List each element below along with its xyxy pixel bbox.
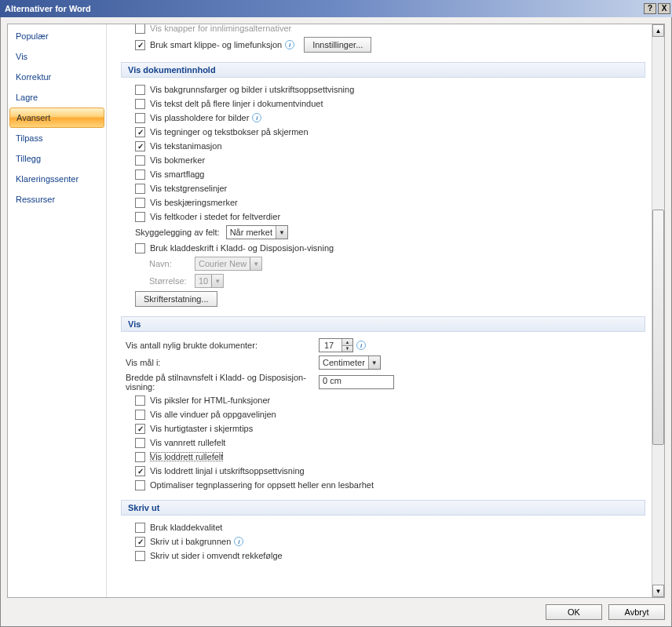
- input-style-area-width[interactable]: 0 cm: [319, 375, 394, 389]
- checkbox-text-boundaries[interactable]: [135, 184, 145, 194]
- chevron-down-icon: ▼: [276, 226, 287, 239]
- input-value: 0 cm: [323, 376, 341, 385]
- spinner-recent-docs[interactable]: 17 ▲▼: [319, 338, 353, 352]
- info-icon[interactable]: i: [252, 113, 261, 122]
- info-icon[interactable]: i: [234, 537, 243, 546]
- label-smart-cut-paste: Bruk smart klippe- og limefunksjon: [150, 40, 282, 49]
- label-bg-colors: Vis bakgrunnsfarger og bilder i utskrift…: [150, 85, 354, 94]
- spinner-up-icon[interactable]: ▲: [342, 339, 352, 346]
- checkbox-wrap-text[interactable]: [135, 99, 145, 109]
- sidebar-item-label: Tillegg: [16, 154, 41, 163]
- section-header-document-content: Vis dokumentinnhold: [121, 62, 645, 78]
- section-header-print: Skriv ut: [121, 500, 645, 516]
- checkbox-horizontal-scrollbar[interactable]: [135, 438, 145, 448]
- label-reverse-order: Skriv ut sider i omvendt rekkefølge: [150, 551, 283, 560]
- ok-button[interactable]: OK: [546, 604, 602, 620]
- label-bookmarks: Vis bokmerker: [150, 155, 205, 165]
- sidebar-item-label: Klareringssenter: [16, 174, 79, 184]
- label-field-codes: Vis feltkoder i stedet for feltverdier: [150, 212, 280, 221]
- checkbox-taskbar-windows[interactable]: [135, 410, 145, 420]
- label-recent-docs: Vis antall nylig brukte dokumenter:: [126, 341, 319, 350]
- button-label: Avbryt: [625, 607, 649, 617]
- checkbox-animation[interactable]: [135, 141, 145, 151]
- checkbox-draft-quality[interactable]: [135, 523, 145, 533]
- checkbox-placeholders[interactable]: [135, 113, 145, 123]
- label-font-size: Størrelse:: [149, 276, 195, 286]
- sidebar-item-customize[interactable]: Tilpass: [8, 128, 106, 148]
- font-substitution-button[interactable]: Skrifterstatning...: [135, 291, 217, 307]
- button-label: OK: [568, 607, 580, 617]
- scroll-thumb[interactable]: [652, 210, 664, 445]
- sidebar-item-resources[interactable]: Ressurser: [8, 189, 106, 210]
- info-icon[interactable]: i: [356, 341, 366, 350]
- select-units[interactable]: Centimeter ▼: [319, 355, 381, 370]
- label-font-name: Navn:: [149, 259, 195, 268]
- checkbox-paste-options[interactable]: [135, 24, 145, 34]
- help-button[interactable]: ?: [644, 3, 656, 14]
- checkbox-background-print[interactable]: [135, 537, 145, 547]
- sidebar-item-display[interactable]: Vis: [8, 46, 106, 67]
- chevron-down-icon: ▼: [368, 356, 380, 369]
- label-optimize-positioning: Optimaliser tegnplassering for oppsett h…: [150, 480, 374, 490]
- checkbox-vertical-scrollbar[interactable]: [135, 452, 145, 462]
- sidebar-item-label: Vis: [16, 52, 27, 61]
- scroll-up-button[interactable]: ▲: [652, 24, 664, 37]
- chevron-down-icon: ▼: [250, 257, 261, 270]
- vertical-scrollbar[interactable]: ▲ ▼: [652, 24, 664, 597]
- button-label: Innstillinger...: [312, 40, 363, 49]
- select-value: 10: [199, 276, 208, 286]
- sidebar-item-label: Avansert: [16, 113, 50, 122]
- label-text-boundaries: Vis tekstgrenselinjer: [150, 184, 227, 193]
- sidebar-item-proofing[interactable]: Korrektur: [8, 67, 106, 87]
- content-panel: Vis knapper for innlimingsalternativer B…: [107, 24, 652, 597]
- label-vertical-scrollbar: Vis loddrett rullefelt: [150, 452, 223, 461]
- scroll-track[interactable]: [652, 37, 664, 585]
- checkbox-crop-marks[interactable]: [135, 198, 145, 208]
- checkbox-field-codes[interactable]: [135, 212, 145, 222]
- label-html-pixels: Vis piksler for HTML-funksjoner: [150, 396, 270, 405]
- checkbox-smart-cut-paste[interactable]: [135, 40, 145, 50]
- cancel-button[interactable]: Avbryt: [608, 604, 665, 620]
- checkbox-smarttags[interactable]: [135, 170, 145, 180]
- label-draft-quality: Bruk kladdekvalitet: [150, 523, 222, 532]
- label-background-print: Skriv ut i bakgrunnen: [150, 537, 231, 546]
- scroll-down-button[interactable]: ▼: [652, 585, 664, 597]
- label-screentips-shortcuts: Vis hurtigtaster i skjermtips: [150, 424, 253, 433]
- checkbox-draft-font[interactable]: [135, 243, 145, 253]
- settings-button[interactable]: Innstillinger...: [304, 37, 371, 53]
- sidebar-item-trust-center[interactable]: Klareringssenter: [8, 169, 106, 189]
- checkbox-optimize-positioning[interactable]: [135, 480, 145, 490]
- sidebar-item-save[interactable]: Lagre: [8, 87, 106, 108]
- sidebar: Populær Vis Korrektur Lagre Avansert Til…: [8, 24, 107, 597]
- chevron-down-icon: ▼: [211, 275, 223, 287]
- label-drawings: Vis tegninger og tekstbokser på skjermen: [150, 127, 309, 137]
- sidebar-item-popular[interactable]: Populær: [8, 26, 106, 46]
- sidebar-item-label: Lagre: [16, 93, 38, 102]
- checkbox-vertical-ruler[interactable]: [135, 466, 145, 476]
- spinner-value: 17: [320, 339, 341, 352]
- checkbox-bg-colors[interactable]: [135, 85, 145, 95]
- label-vertical-ruler: Vis loddrett linjal i utskriftsoppsettvi…: [150, 466, 305, 476]
- checkbox-bookmarks[interactable]: [135, 155, 145, 166]
- spinner-down-icon[interactable]: ▼: [342, 346, 352, 352]
- dialog-button-bar: OK Avbryt: [7, 598, 665, 620]
- sidebar-item-addins[interactable]: Tillegg: [8, 148, 106, 169]
- sidebar-item-label: Tilpass: [16, 133, 42, 143]
- checkbox-reverse-order[interactable]: [135, 551, 145, 561]
- label-crop-marks: Vis beskjæringsmerker: [150, 198, 238, 207]
- close-button[interactable]: X: [658, 3, 670, 14]
- label-draft-font: Bruk kladdeskrift i Kladd- og Disposisjo…: [150, 243, 334, 253]
- checkbox-screentips-shortcuts[interactable]: [135, 424, 145, 434]
- label-paste-options: Vis knapper for innlimingsalternativer: [150, 24, 291, 33]
- info-icon[interactable]: i: [285, 40, 294, 49]
- select-field-shading[interactable]: Når merket ▼: [226, 225, 288, 239]
- button-label: Skrifterstatning...: [144, 294, 209, 304]
- checkbox-drawings[interactable]: [135, 127, 145, 137]
- sidebar-item-advanced[interactable]: Avansert: [9, 108, 104, 128]
- checkbox-html-pixels[interactable]: [135, 396, 145, 406]
- select-value: Courier New: [199, 259, 247, 268]
- select-font-name: Courier New ▼: [195, 257, 262, 271]
- label-placeholders: Vis plassholdere for bilder: [150, 113, 249, 122]
- label-field-shading: Skyggelegging av felt:: [135, 228, 220, 237]
- window-title: Alternativer for Word: [5, 4, 91, 13]
